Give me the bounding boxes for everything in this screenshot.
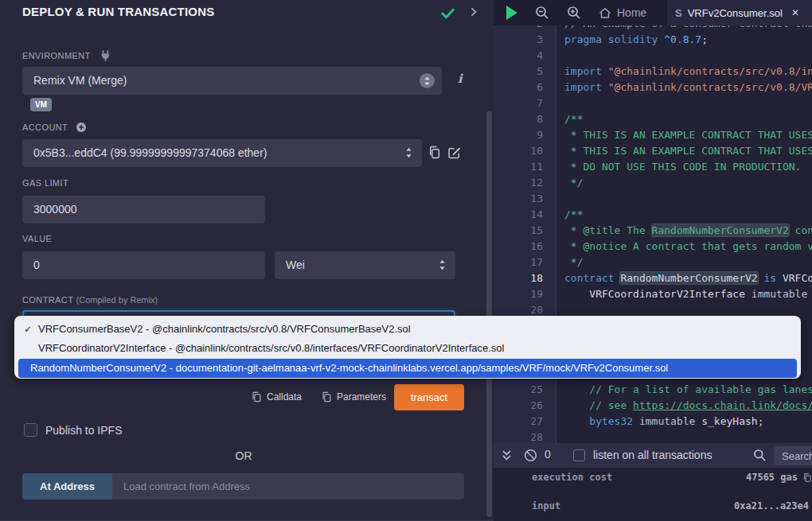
contract-dropdown: ✓VRFConsumerBaseV2 - @chainlink/contract… — [14, 316, 801, 379]
account-select[interactable]: 0x5B3...eddC4 (99.99999999997374068 ethe… — [22, 139, 422, 167]
tab-home-label: Home — [617, 6, 646, 19]
panel-scrollbar[interactable] — [486, 111, 492, 517]
line-number: 18 — [494, 270, 556, 286]
terminal-value: 0xa21...a23e4 — [734, 500, 812, 511]
line-number: 15 — [494, 223, 556, 239]
dropdown-option-label: VRFCoordinatorV2Interface - @chainlink/c… — [38, 342, 504, 354]
select-arrows-icon — [420, 73, 435, 88]
deploy-run-panel: DEPLOY & RUN TRANSACTIONS ENVIRONMENT Re… — [0, 0, 495, 521]
account-label: ACCOUNT — [22, 122, 87, 133]
terminal-bar: 0 listen on all transactions — [494, 443, 812, 468]
close-tab-icon[interactable]: ✕ — [791, 7, 799, 18]
line-number: 3 — [494, 32, 556, 48]
compile-success-check-icon — [440, 6, 455, 21]
panel-title: DEPLOY & RUN TRANSACTIONS — [22, 5, 214, 18]
terminal-row: input0xa21...a23e4 — [494, 500, 812, 512]
line-number: 9 — [494, 127, 556, 143]
value-label: VALUE — [22, 234, 52, 243]
dropdown-option[interactable]: RandomNumberConsumerV2 - documentation-g… — [18, 359, 797, 378]
code-line: 10 * THIS IS AN EXAMPLE CONTRACT THAT US… — [494, 143, 812, 159]
environment-value: Remix VM (Merge) — [33, 74, 127, 87]
add-account-icon[interactable] — [76, 122, 87, 133]
environment-select[interactable]: Remix VM (Merge) — [22, 67, 442, 95]
line-number: 10 — [494, 143, 556, 159]
transaction-count: 0 — [545, 448, 551, 461]
gas-limit-input[interactable] — [22, 196, 265, 224]
line-number: 19 — [494, 286, 556, 302]
code-line: 19 VRFCoordinatorV2Interface immutable C… — [494, 286, 812, 302]
select-arrows-icon — [405, 146, 412, 159]
code-line: 4 — [494, 48, 812, 64]
copy-account-icon[interactable] — [427, 146, 441, 159]
tab-home[interactable]: Home — [588, 0, 658, 25]
edit-account-icon[interactable] — [447, 146, 461, 159]
line-number: 16 — [494, 239, 556, 255]
plug-icon — [100, 49, 111, 62]
line-number: 4 — [494, 48, 556, 64]
collapse-panel-icon[interactable] — [468, 6, 479, 17]
tab-vrfv2consumer[interactable]: S VRFv2Consumer.sol ✕ — [667, 0, 812, 25]
terminal-row: execution cost47565 gas — [494, 471, 812, 484]
code-line: 16 * @notice A contract that gets random… — [494, 239, 812, 255]
at-address-button[interactable]: At Address — [22, 473, 112, 500]
line-number: 5 — [494, 64, 556, 80]
copy-icon — [251, 391, 262, 402]
value-unit-select[interactable]: Wei — [275, 251, 455, 279]
value-input[interactable] — [22, 251, 265, 279]
transact-button[interactable]: transact — [394, 384, 464, 410]
line-number: 7 — [494, 95, 556, 111]
code-line: 13 — [494, 191, 812, 207]
at-address-input[interactable] — [112, 473, 464, 500]
code-line: 7 — [494, 95, 812, 111]
contract-label: CONTRACT (Compiled by Remix) — [22, 295, 158, 305]
listen-all-checkbox[interactable] — [573, 449, 585, 461]
line-number: 26 — [494, 398, 556, 414]
code-line: 17 */ — [494, 255, 812, 270]
code-line: 28 — [494, 430, 812, 443]
line-number: 17 — [494, 255, 556, 270]
clear-console-icon[interactable] — [524, 449, 537, 462]
environment-label: ENVIRONMENT — [22, 49, 111, 62]
line-number: 14 — [494, 207, 556, 223]
home-icon — [599, 7, 611, 19]
parameters-button[interactable]: Parameters — [321, 391, 386, 402]
editor-tabbar: Home S VRFv2Consumer.sol ✕ — [494, 0, 812, 25]
publish-ipfs-checkbox[interactable] — [24, 423, 37, 437]
run-script-icon[interactable] — [506, 6, 517, 20]
code-area[interactable]: 2// An example of a consumer contract th… — [494, 25, 812, 443]
code-line: 5import "@chainlink/contracts/src/v0.8/i… — [494, 64, 812, 80]
calldata-button[interactable]: Calldata — [251, 391, 302, 402]
line-number: 6 — [494, 80, 556, 95]
code-line: 6import "@chainlink/contracts/src/v0.8/V… — [494, 80, 812, 95]
panel-header: DEPLOY & RUN TRANSACTIONS — [0, 0, 495, 25]
code-line: 3pragma solidity ^0.8.7; — [494, 32, 812, 48]
code-line: 15 * @title The RandomNumberConsumerV2 c… — [494, 223, 812, 239]
zoom-out-icon[interactable] — [535, 6, 549, 20]
terminal-output: execution cost47565 gasinput0xa21...a23e… — [494, 468, 812, 521]
code-line: 11 * DO NOT USE THIS CODE IN PRODUCTION. — [494, 159, 812, 175]
terminal-key: execution cost — [494, 472, 612, 483]
vm-badge: VM — [30, 98, 52, 111]
publish-ipfs-label: Publish to IPFS — [45, 424, 123, 437]
code-line: 27 bytes32 immutable s_keyHash; — [494, 414, 812, 430]
copy-icon — [321, 391, 332, 402]
expand-terminal-icon[interactable] — [502, 450, 512, 461]
account-value: 0x5B3...eddC4 (99.99999999997374068 ethe… — [33, 146, 267, 159]
line-number: 13 — [494, 191, 556, 207]
copy-icon[interactable] — [802, 472, 812, 483]
code-line: 18contract RandomNumberConsumerV2 is VRF… — [494, 270, 812, 286]
solidity-icon: S — [675, 7, 682, 19]
tab-active-label: VRFv2Consumer.sol — [688, 7, 783, 19]
terminal-key: input — [494, 500, 560, 511]
code-line: 14/** — [494, 207, 812, 223]
environment-info-icon[interactable]: i — [458, 72, 463, 86]
line-number: 25 — [494, 382, 556, 398]
terminal-search-input[interactable] — [774, 446, 812, 465]
line-number: 8 — [494, 111, 556, 127]
select-arrows-icon — [439, 259, 446, 271]
dropdown-option[interactable]: VRFCoordinatorV2Interface - @chainlink/c… — [14, 339, 801, 358]
dropdown-option-label: RandomNumberConsumerV2 - documentation-g… — [30, 362, 668, 374]
gas-limit-label: GAS LIMIT — [22, 178, 68, 188]
dropdown-option[interactable]: ✓VRFConsumerBaseV2 - @chainlink/contract… — [14, 320, 801, 339]
zoom-in-icon[interactable] — [567, 6, 581, 20]
